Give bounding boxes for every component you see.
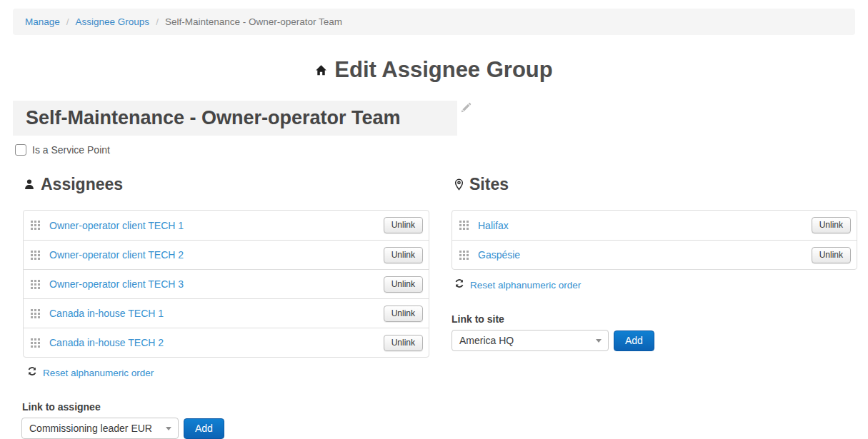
refresh-icon xyxy=(454,278,464,291)
assignee-row: Owner-operator client TECH 1 Unlink xyxy=(24,211,429,240)
assignee-link[interactable]: Owner-operator client TECH 2 xyxy=(49,249,384,261)
link-to-site-select-value: America HQ xyxy=(459,335,514,346)
chevron-down-icon xyxy=(596,339,602,343)
assignees-title: Assignees xyxy=(41,175,123,194)
drag-handle-icon[interactable] xyxy=(31,280,40,289)
breadcrumb-link-assignee-groups[interactable]: Assignee Groups xyxy=(76,16,150,27)
assignee-link[interactable]: Owner-operator client TECH 1 xyxy=(49,220,384,231)
assignee-link[interactable]: Canada in-house TECH 2 xyxy=(49,337,384,348)
drag-handle-icon[interactable] xyxy=(31,221,40,230)
assignee-row: Owner-operator client TECH 2 Unlink xyxy=(24,240,429,269)
sites-section: Sites Halifax Unlink Gaspésie Unlink Res… xyxy=(452,174,857,351)
drag-handle-icon[interactable] xyxy=(31,338,40,348)
site-row: Halifax Unlink xyxy=(452,211,857,240)
sites-title: Sites xyxy=(469,175,509,194)
link-to-assignee-controls: Commissioning leader EUR Add xyxy=(21,418,429,439)
breadcrumb-separator: / xyxy=(156,16,159,27)
group-name-block: Self-Maintenance - Owner-operator Team xyxy=(13,101,457,136)
edit-pencil-icon[interactable] xyxy=(460,102,472,116)
link-to-site-controls: America HQ Add xyxy=(452,330,857,351)
link-to-site-label: Link to site xyxy=(452,313,857,325)
page-title-row: Edit Assignee Group xyxy=(0,57,868,83)
link-to-site-select[interactable]: America HQ xyxy=(452,330,609,351)
unlink-button[interactable]: Unlink xyxy=(384,276,423,293)
map-pin-icon xyxy=(454,176,464,195)
breadcrumb-link-manage[interactable]: Manage xyxy=(25,16,60,27)
site-row: Gaspésie Unlink xyxy=(452,240,857,269)
assignees-reset-row: Reset alphanumeric order xyxy=(27,366,429,379)
breadcrumb: Manage / Assignee Groups / Self-Maintena… xyxy=(13,9,855,35)
drag-handle-icon[interactable] xyxy=(459,251,469,260)
drag-handle-icon[interactable] xyxy=(459,221,469,230)
home-icon xyxy=(315,56,327,82)
assignees-header: Assignees xyxy=(24,174,429,195)
sites-list: Halifax Unlink Gaspésie Unlink xyxy=(452,210,857,270)
add-assignee-button[interactable]: Add xyxy=(184,418,224,439)
link-to-assignee-select-value: Commissioning leader EUR xyxy=(29,423,152,434)
breadcrumb-current: Self-Maintenance - Owner-operator Team xyxy=(165,16,342,27)
refresh-icon xyxy=(27,366,37,379)
unlink-button[interactable]: Unlink xyxy=(384,217,423,233)
service-point-label: Is a Service Point xyxy=(32,144,110,156)
link-to-assignee-select[interactable]: Commissioning leader EUR xyxy=(21,418,179,439)
sites-reset-link[interactable]: Reset alphanumeric order xyxy=(470,280,581,291)
assignees-reset-link[interactable]: Reset alphanumeric order xyxy=(43,368,154,378)
page-title: Edit Assignee Group xyxy=(334,57,552,82)
service-point-row[interactable]: Is a Service Point xyxy=(15,144,110,156)
person-icon xyxy=(24,176,35,195)
add-site-button[interactable]: Add xyxy=(614,330,654,351)
chevron-down-icon xyxy=(166,427,171,430)
sites-header: Sites xyxy=(454,174,857,195)
group-name: Self-Maintenance - Owner-operator Team xyxy=(26,107,401,129)
sites-reset-row: Reset alphanumeric order xyxy=(454,278,857,291)
assignee-link[interactable]: Owner-operator client TECH 3 xyxy=(49,278,384,290)
assignee-row: Canada in-house TECH 2 Unlink xyxy=(24,328,429,357)
breadcrumb-separator: / xyxy=(66,16,69,27)
drag-handle-icon[interactable] xyxy=(31,251,40,260)
unlink-button[interactable]: Unlink xyxy=(384,306,423,322)
unlink-button[interactable]: Unlink xyxy=(812,217,851,233)
assignees-list: Owner-operator client TECH 1 Unlink Owne… xyxy=(23,210,429,358)
unlink-button[interactable]: Unlink xyxy=(812,247,851,263)
assignee-row: Canada in-house TECH 1 Unlink xyxy=(24,298,429,328)
assignee-link[interactable]: Canada in-house TECH 1 xyxy=(49,308,384,319)
assignees-section: Assignees Owner-operator client TECH 1 U… xyxy=(13,174,429,439)
assignee-row: Owner-operator client TECH 3 Unlink xyxy=(24,269,429,298)
drag-handle-icon[interactable] xyxy=(31,309,40,318)
site-link[interactable]: Gaspésie xyxy=(478,249,812,261)
is-service-point-checkbox[interactable] xyxy=(15,144,26,156)
site-link[interactable]: Halifax xyxy=(478,220,812,231)
unlink-button[interactable]: Unlink xyxy=(384,247,423,263)
unlink-button[interactable]: Unlink xyxy=(384,335,423,351)
link-to-assignee-label: Link to assignee xyxy=(22,401,429,413)
